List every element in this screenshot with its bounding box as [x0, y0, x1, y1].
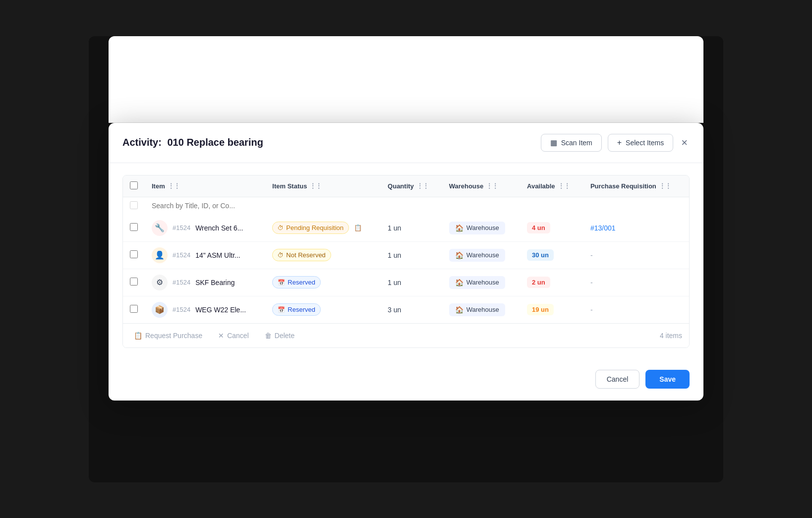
search-row-checkbox[interactable] [130, 201, 138, 209]
scan-item-button[interactable]: ▦ Scan Item [541, 134, 602, 152]
status-badge: 📅 Reserved [272, 276, 321, 288]
warehouse-badge: 🏠 Warehouse [449, 222, 505, 234]
status-badge: ⏱ Pending Requisition [272, 222, 349, 234]
cancel-action-label: Cancel [227, 332, 249, 340]
purchase-req-cell: - [583, 241, 689, 269]
home-icon: 🏠 [455, 251, 464, 259]
item-status-col-label: Item Status [272, 182, 307, 190]
warehouse-col-drag: ⋮⋮ [486, 182, 498, 189]
item-id: #1524 [173, 251, 190, 259]
save-button[interactable]: Save [645, 370, 690, 389]
row-checkbox[interactable] [130, 250, 138, 258]
purchase-req-value: - [590, 306, 593, 314]
item-id: #1524 [173, 224, 190, 231]
select-items-button[interactable]: + Select Items [608, 134, 673, 152]
quantity-col-drag: ⋮⋮ [417, 182, 429, 189]
status-badge: ⏱ Not Reserved [272, 249, 331, 261]
col-item: Item ⋮⋮ [145, 175, 265, 197]
row-checkbox[interactable] [130, 305, 138, 313]
item-icon: 🔧 [152, 220, 168, 236]
search-cell[interactable] [145, 197, 689, 215]
select-items-label: Select Items [626, 139, 664, 147]
select-all-col[interactable] [123, 175, 145, 197]
col-purchase-req: Purchase Requisition ⋮⋮ [583, 175, 689, 197]
data-table: Item ⋮⋮ Item Status ⋮⋮ [122, 175, 690, 348]
status-icon: 📅 [278, 279, 285, 286]
warehouse-badge: 🏠 Warehouse [449, 303, 505, 316]
cancel-icon: ✕ [218, 332, 224, 340]
select-all-checkbox[interactable] [130, 181, 138, 189]
modal-footer: Cancel Save [109, 360, 703, 401]
available-value: 4 un [527, 222, 550, 233]
quantity-cell: 1 un [381, 269, 442, 296]
item-cell: ⚙ #1524 SKF Bearing [145, 269, 265, 296]
purchase-req-col-label: Purchase Requisition [590, 182, 656, 190]
row-checkbox[interactable] [130, 223, 138, 231]
cancel-action-button[interactable]: ✕ Cancel [214, 330, 253, 342]
available-col-drag: ⋮⋮ [558, 182, 570, 189]
item-icon: 📦 [152, 302, 168, 318]
col-quantity: Quantity ⋮⋮ [381, 175, 442, 197]
trash-icon: 🗑 [265, 332, 272, 340]
purchase-req-value: - [590, 251, 593, 259]
status-badge: 📅 Reserved [272, 303, 321, 316]
warehouse-cell: 🏠 Warehouse [442, 241, 520, 269]
table-row: 📦 #1524 WEG W22 Ele... 📅 Reserved 3 un 🏠… [123, 296, 689, 323]
item-name: WEG W22 Ele... [195, 306, 246, 314]
available-value: 30 un [527, 249, 554, 261]
quantity-cell: 1 un [381, 215, 442, 242]
row-checkbox[interactable] [130, 278, 138, 286]
quantity-col-label: Quantity [388, 182, 414, 190]
warehouse-col-label: Warehouse [449, 182, 484, 190]
delete-button[interactable]: 🗑 Delete [261, 330, 298, 342]
warehouse-badge: 🏠 Warehouse [449, 249, 505, 262]
item-cell: 📦 #1524 WEG W22 Ele... [145, 296, 265, 323]
purchase-req-cell: - [583, 269, 689, 296]
item-name: 14" ASM Ultr... [195, 251, 240, 259]
purchase-req-value: - [590, 279, 593, 287]
warehouse-cell: 🏠 Warehouse [442, 269, 520, 296]
request-icon: 📋 [134, 332, 142, 340]
row-checkbox-cell[interactable] [123, 296, 145, 323]
warehouse-cell: 🏠 Warehouse [442, 215, 520, 242]
purchase-req-link[interactable]: #13/001 [590, 224, 616, 232]
cancel-button[interactable]: Cancel [595, 370, 640, 389]
modal-title: Activity: 010 Replace bearing [122, 137, 263, 148]
copy-icon[interactable]: 📋 [354, 224, 362, 231]
title-main: 010 Replace bearing [167, 137, 263, 148]
status-icon: ⏱ [278, 252, 284, 259]
row-checkbox-cell[interactable] [123, 269, 145, 296]
status-cell: ⏱ Pending Requisition 📋 [265, 215, 381, 242]
search-checkbox-col [123, 197, 145, 215]
status-icon: 📅 [278, 306, 285, 313]
table-row: 👤 #1524 14" ASM Ultr... ⏱ Not Reserved 1… [123, 241, 689, 269]
search-input[interactable] [152, 202, 682, 210]
available-cell: 30 un [520, 241, 583, 269]
quantity-cell: 3 un [381, 296, 442, 323]
available-cell: 19 un [520, 296, 583, 323]
delete-label: Delete [275, 332, 294, 340]
available-cell: 4 un [520, 215, 583, 242]
item-id: #1524 [173, 279, 190, 286]
purchase-req-col-drag: ⋮⋮ [659, 182, 671, 189]
row-checkbox-cell[interactable] [123, 241, 145, 269]
request-purchase-button[interactable]: 📋 Request Purchase [130, 330, 206, 342]
quantity-cell: 1 un [381, 241, 442, 269]
modal-actions: ▦ Scan Item + Select Items × [541, 134, 690, 152]
table-row: ⚙ #1524 SKF Bearing 📅 Reserved 1 un 🏠 Wa… [123, 269, 689, 296]
col-item-status: Item Status ⋮⋮ [265, 175, 381, 197]
close-button[interactable]: × [679, 135, 690, 150]
item-col-label: Item [152, 182, 165, 190]
available-value: 19 un [527, 304, 554, 315]
item-name: Wrench Set 6... [195, 224, 243, 232]
row-checkbox-cell[interactable] [123, 215, 145, 242]
available-value: 2 un [527, 277, 550, 288]
item-status-col-drag: ⋮⋮ [310, 182, 322, 189]
search-row [123, 197, 689, 215]
footer-actions: 📋 Request Purchase ✕ Cancel 🗑 Delete [130, 330, 298, 342]
plus-icon: + [617, 138, 622, 147]
item-icon: 👤 [152, 247, 168, 263]
table-footer: 📋 Request Purchase ✕ Cancel 🗑 Delete [123, 323, 689, 347]
barcode-icon: ▦ [550, 138, 557, 147]
status-cell: 📅 Reserved [265, 296, 381, 323]
